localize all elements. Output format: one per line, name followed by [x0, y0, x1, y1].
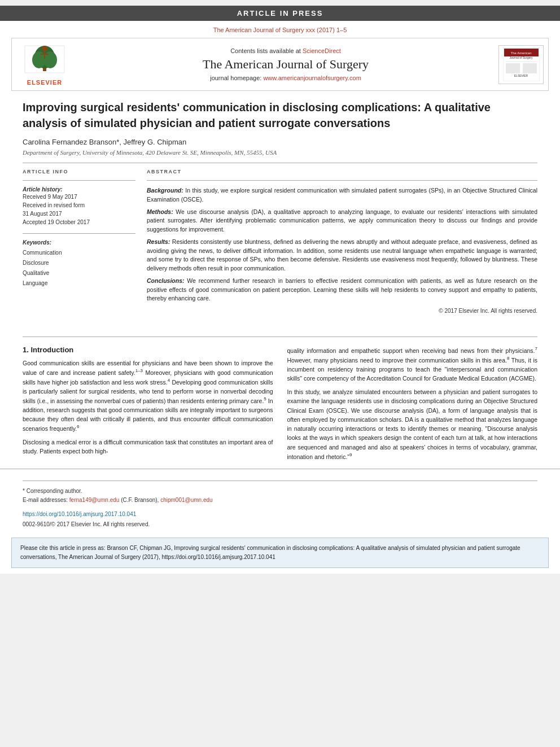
keyword-disclosure: Disclosure [23, 258, 135, 268]
body-col-right: quality information and empathetic suppo… [287, 346, 538, 466]
footnote-divider [23, 480, 537, 481]
email-addresses: E-mail addresses: ferna149@umn.edu (C.F.… [23, 496, 537, 505]
journal-homepage-link[interactable]: www.americanjournalofsurgery.com [263, 75, 361, 81]
abstract-background: Background: In this study, we explore su… [147, 186, 537, 204]
divider-4 [147, 180, 537, 181]
footnotes: * Corresponding author. E-mail addresses… [0, 469, 560, 532]
keywords-section: Keywords: Communication Disclosure Quali… [23, 239, 135, 289]
journal-subtitle: The American Journal of Surgery xxx (201… [11, 27, 549, 33]
revised-date: 31 August 2017 [23, 209, 135, 218]
revised-label: Received in revised form [23, 201, 135, 209]
email2-link[interactable]: chipm001@umn.edu [160, 497, 212, 503]
journal-logo-icon: The American Journal of Surgery ELSEVIER [503, 47, 540, 81]
keywords-label: Keywords: [23, 239, 135, 246]
journal-title: The American Journal of Surgery [78, 57, 493, 72]
copyright: © 2017 Elsevier Inc. All rights reserved… [147, 308, 537, 314]
journal-center: Contents lists available at ScienceDirec… [73, 47, 498, 81]
elsevier-placeholder: ELSEVIER [16, 43, 73, 86]
svg-point-5 [42, 46, 47, 51]
journal-header-content: ELSEVIER Contents lists available at Sci… [11, 38, 549, 91]
doi-link[interactable]: https://doi.org/10.1016/j.amjsurg.2017.1… [23, 511, 136, 517]
email1-link[interactable]: ferna149@umn.edu [69, 497, 120, 503]
journal-homepage: journal homepage: www.americanjournalofs… [78, 75, 493, 81]
journal-header: The American Journal of Surgery xxx (201… [0, 21, 560, 91]
svg-text:The American: The American [510, 51, 531, 55]
divider-1 [23, 163, 537, 163]
issn-text: 0002-9610/© 2017 Elsevier Inc. All right… [23, 520, 537, 529]
article-content: Improving surgical residents' communicat… [0, 91, 560, 331]
elsevier-logo: ELSEVIER [16, 43, 73, 86]
keyword-qualitative: Qualitative [23, 268, 135, 278]
article-title: Improving surgical residents' communicat… [23, 99, 537, 131]
authors: Carolina Fernandez Branson*, Jeffrey G. … [23, 138, 537, 146]
article-info-abstract: ARTICLE INFO Article history: Received 9… [23, 169, 537, 314]
history-label: Article history: [23, 186, 135, 193]
abstract-label: ABSTRACT [147, 169, 537, 174]
journal-logo-box: The American Journal of Surgery ELSEVIER [498, 45, 544, 84]
body-two-col: 1. Introduction Good communication skill… [23, 346, 537, 466]
journal-logo-right: The American Journal of Surgery ELSEVIER [498, 45, 544, 84]
contents-text: Contents lists available at ScienceDirec… [78, 47, 493, 54]
abstract-col: ABSTRACT Background: In this study, we e… [147, 169, 537, 314]
body-para-1: Good communication skills are essential … [23, 359, 273, 433]
svg-text:Journal of Surgery: Journal of Surgery [509, 56, 532, 59]
divider-2 [23, 180, 135, 181]
svg-text:ELSEVIER: ELSEVIER [514, 74, 528, 77]
doi-section: https://doi.org/10.1016/j.amjsurg.2017.1… [23, 508, 537, 518]
body-para-3: quality information and empathetic suppo… [287, 346, 538, 383]
citation-text: Please cite this article in press as: Br… [20, 544, 540, 562]
elsevier-tree-icon [19, 43, 70, 77]
banner-text: ARTICLE IN PRESS [237, 9, 323, 18]
abstract-section: Background: In this study, we explore su… [147, 186, 537, 314]
citation-box: Please cite this article in press as: Br… [11, 538, 549, 568]
received-date: Received 9 May 2017 [23, 193, 135, 201]
article-info-label: ARTICLE INFO [23, 169, 135, 174]
article-in-press-banner: ARTICLE IN PRESS [0, 6, 560, 21]
abstract-methods: Methods: We use discourse analysis (DA),… [147, 208, 537, 234]
accepted-date: Accepted 19 October 2017 [23, 218, 135, 226]
keyword-language: Language [23, 278, 135, 289]
page: ARTICLE IN PRESS The American Journal of… [0, 6, 560, 574]
corresponding-author: * Corresponding author. [23, 487, 537, 496]
divider-3 [23, 233, 135, 234]
body-content: 1. Introduction Good communication skill… [0, 337, 560, 466]
keyword-communication: Communication [23, 248, 135, 258]
body-para-2: Disclosing a medical error is a difficul… [23, 438, 273, 456]
article-info-col: ARTICLE INFO Article history: Received 9… [23, 169, 135, 314]
abstract-conclusions: Conclusions: We recommend further resear… [147, 277, 537, 303]
article-history: Article history: Received 9 May 2017 Rec… [23, 186, 135, 226]
affiliation: Department of Surgery, University of Min… [23, 149, 537, 156]
section1-heading: 1. Introduction [23, 346, 273, 354]
body-col-left: 1. Introduction Good communication skill… [23, 346, 273, 466]
abstract-results: Results: Residents consistently use blun… [147, 238, 537, 273]
elsevier-wordmark: ELSEVIER [27, 79, 62, 86]
svg-rect-13 [506, 63, 520, 73]
body-para-4: In this study, we analyze simulated enco… [287, 387, 538, 461]
svg-rect-14 [523, 63, 537, 73]
body-divider [23, 337, 537, 337]
sciencedirect-link[interactable]: ScienceDirect [303, 47, 341, 54]
